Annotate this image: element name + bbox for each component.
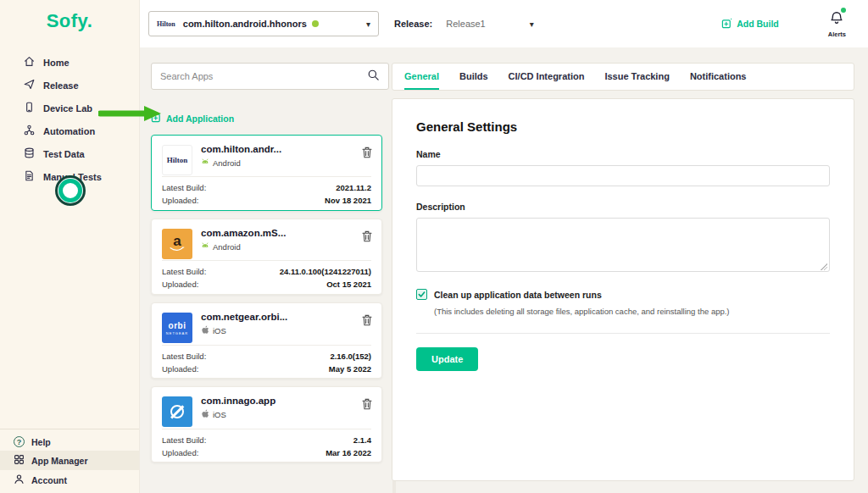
- sofy-logo: Sofy.: [0, 10, 139, 32]
- amazon-app-logo: a: [162, 229, 192, 259]
- name-label: Name: [416, 149, 830, 159]
- uploaded-label: Uploaded:: [162, 448, 198, 457]
- uploaded-row: Uploaded: Oct 15 2021: [162, 278, 371, 291]
- sidebar-item-label: Home: [43, 58, 70, 68]
- sidebar-item-account[interactable]: Account: [0, 470, 139, 490]
- release-dropdown-value[interactable]: Release1: [446, 19, 485, 29]
- search-icon[interactable]: [367, 69, 380, 85]
- latest-build-value: 2.1.4: [353, 435, 371, 445]
- card-divider: [162, 260, 371, 261]
- latest-build-row: Latest Build: 2021.11.2: [162, 181, 371, 194]
- app-selector-dropdown[interactable]: Hilton com.hilton.android.hhonors: [148, 11, 379, 36]
- app-card-innago[interactable]: com.innago.app iOS Latest Build: 2.1.4 U…: [151, 386, 382, 463]
- device-lab-icon: [24, 102, 35, 114]
- add-build-button[interactable]: Add Build: [721, 18, 779, 30]
- latest-build-label: Latest Build:: [162, 352, 206, 361]
- settings-column: General Builds CI/CD Integration Issue T…: [392, 63, 854, 481]
- tab-cicd-integration[interactable]: CI/CD Integration: [509, 64, 585, 90]
- android-icon: [201, 241, 209, 252]
- help-icon: [14, 436, 25, 447]
- add-application-label: Add Application: [166, 114, 234, 124]
- alerts-button[interactable]: Alerts: [828, 9, 846, 38]
- orbi-app-logo: orbi NETGEAR: [162, 313, 192, 343]
- card-divider: [162, 429, 371, 429]
- uploaded-label: Uploaded:: [162, 196, 198, 205]
- innago-mark: [170, 405, 184, 418]
- cleanup-note: (This includes deleting all storage file…: [434, 307, 830, 316]
- sidebar-item-home[interactable]: Home: [0, 51, 139, 74]
- uploaded-row: Uploaded: Mar 16 2022: [162, 446, 371, 459]
- innago-app-logo: [162, 396, 192, 427]
- card-divider: [162, 345, 371, 346]
- bell-icon: [828, 9, 845, 30]
- cleanup-label: Clean up application data between runs: [434, 290, 602, 300]
- latest-build-row: Latest Build: 2.16.0(152): [162, 350, 371, 363]
- tab-general[interactable]: General: [404, 64, 439, 90]
- app-card-netgear[interactable]: orbi NETGEAR com.netgear.orbi... iOS Lat…: [151, 302, 382, 379]
- main-content: Add Application Hilton com.hilton.andr..…: [140, 47, 868, 493]
- app-package-name: com.netgear.orbi...: [201, 312, 371, 322]
- sidebar-item-app-manager[interactable]: App Manager: [0, 451, 139, 470]
- card-divider: [162, 176, 371, 177]
- tab-notifications[interactable]: Notifications: [690, 64, 747, 90]
- delete-app-icon[interactable]: [362, 398, 372, 413]
- hilton-app-logo: Hilton: [162, 145, 192, 175]
- app-platform: Android: [201, 158, 371, 168]
- tab-issue-tracking[interactable]: Issue Tracking: [604, 64, 669, 90]
- uploaded-label: Uploaded:: [162, 364, 198, 374]
- sidebar-item-label: Release: [43, 80, 79, 91]
- delete-app-icon[interactable]: [362, 314, 372, 330]
- alert-badge-dot: [841, 8, 846, 13]
- app-package-name: com.innago.app: [201, 396, 371, 406]
- sidebar-item-test-data[interactable]: Test Data: [0, 142, 139, 165]
- sidebar-item-release[interactable]: Release: [0, 74, 139, 97]
- settings-divider: [416, 333, 830, 334]
- sidebar-footer: Help App Manager Account: [0, 429, 139, 490]
- uploaded-value: Mar 16 2022: [326, 448, 371, 457]
- search-apps-input[interactable]: [160, 71, 367, 81]
- cleanup-checkbox[interactable]: [416, 289, 427, 300]
- description-field[interactable]: [416, 218, 830, 272]
- resize-grip-icon[interactable]: [821, 263, 827, 270]
- latest-build-value: 2021.11.2: [336, 183, 371, 192]
- latest-build-label: Latest Build:: [162, 183, 206, 192]
- sidebar-item-label: Test Data: [43, 149, 85, 159]
- platform-label: iOS: [213, 410, 226, 419]
- android-platform-dot: [312, 20, 319, 27]
- uploaded-row: Uploaded: May 5 2022: [162, 363, 371, 375]
- uploaded-value: May 5 2022: [329, 364, 371, 374]
- test-data-icon: [24, 147, 35, 160]
- chevron-down-icon[interactable]: [530, 19, 534, 29]
- sidebar-item-automation[interactable]: Automation: [0, 119, 139, 142]
- apps-panel: Add Application Hilton com.hilton.andr..…: [151, 63, 389, 470]
- app-platform: iOS: [201, 409, 371, 420]
- latest-build-value: 24.11.0.100(1241227011): [280, 267, 371, 276]
- chevron-down-icon: [366, 19, 370, 29]
- delete-app-icon[interactable]: [362, 147, 372, 162]
- app-card-amazon[interactable]: a com.amazon.mS... Android Latest Build:…: [151, 219, 382, 295]
- description-label: Description: [416, 202, 830, 212]
- app-package-name: com.amazon.mS...: [201, 228, 371, 238]
- sidebar-item-help[interactable]: Help: [0, 433, 139, 451]
- latest-build-row: Latest Build: 24.11.0.100(1241227011): [162, 265, 371, 278]
- update-button[interactable]: Update: [416, 347, 478, 371]
- app-card-hilton[interactable]: Hilton com.hilton.andr... Android Latest…: [151, 135, 382, 211]
- sidebar-item-label: Help: [31, 437, 51, 447]
- add-build-label: Add Build: [737, 19, 779, 29]
- add-application-button[interactable]: Add Application: [151, 112, 389, 125]
- latest-build-label: Latest Build:: [162, 267, 206, 276]
- delete-app-icon[interactable]: [362, 230, 372, 246]
- tab-builds[interactable]: Builds: [459, 64, 488, 90]
- sidebar-item-label: Device Lab: [43, 103, 92, 114]
- account-icon: [14, 474, 25, 486]
- uploaded-value: Oct 15 2021: [326, 280, 371, 289]
- app-platform: Android: [201, 241, 371, 252]
- uploaded-row: Uploaded: Nov 18 2021: [162, 194, 371, 207]
- name-field[interactable]: [416, 165, 830, 186]
- topbar: Hilton com.hilton.android.hhonors Releas…: [140, 0, 868, 47]
- latest-build-row: Latest Build: 2.1.4: [162, 434, 371, 446]
- sidebar-item-label: Account: [31, 475, 67, 485]
- uploaded-value: Nov 18 2021: [325, 196, 371, 205]
- search-apps-box: [151, 63, 389, 90]
- alerts-label: Alerts: [828, 30, 846, 38]
